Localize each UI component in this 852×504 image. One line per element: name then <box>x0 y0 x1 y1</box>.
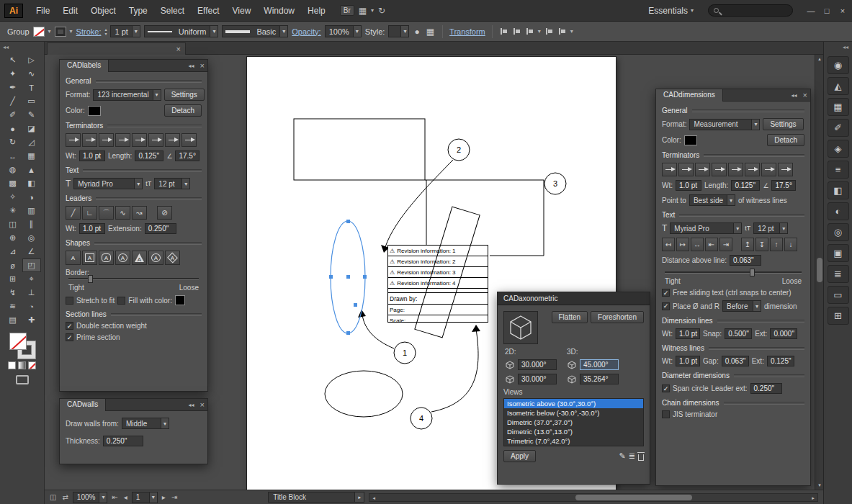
cad-wave-tool[interactable]: ≋ <box>4 300 22 313</box>
terminator-style-button[interactable] <box>99 133 114 147</box>
magic-wand-tool[interactable]: ✦ <box>4 67 22 81</box>
text-orientation-button[interactable]: ↑ <box>770 238 783 251</box>
text-tightness-slider[interactable] <box>665 271 802 274</box>
stroke-color-swatch[interactable] <box>55 27 66 37</box>
horizontal-scrollbar[interactable]: ◂ ▸ <box>369 493 818 502</box>
fill-color-swatch[interactable] <box>175 295 185 305</box>
terminator-style-button[interactable] <box>165 133 180 147</box>
terminator-style-button[interactable] <box>662 163 677 176</box>
cad-hatch-tool[interactable]: ▤ <box>4 313 22 327</box>
prime-section-checkbox[interactable]: ✓ <box>66 333 73 341</box>
font-dropdown[interactable]: Myriad Pro <box>73 178 143 189</box>
blend-tool[interactable]: ◑ <box>22 190 41 204</box>
span-circle-checkbox[interactable]: ✓ <box>662 384 670 392</box>
fill-with-color-checkbox[interactable] <box>117 297 125 305</box>
color-button[interactable] <box>8 361 16 369</box>
menu-type[interactable]: Type <box>123 4 153 18</box>
terminator-style-button[interactable] <box>181 133 197 147</box>
zoom-tool[interactable]: ◎ <box>22 231 41 245</box>
shape-diamond-button[interactable]: A <box>165 251 180 265</box>
font-size-dropdown[interactable]: 12 pt <box>154 178 190 189</box>
leader-style-button[interactable]: ⌒ <box>99 206 114 220</box>
artboard-tool[interactable]: ◫ <box>4 217 22 231</box>
text-position-button[interactable]: ⇥ <box>719 238 732 251</box>
close-icon[interactable]: × <box>197 61 207 70</box>
eraser-tool[interactable]: ◪ <box>22 122 41 135</box>
stroke-panel-icon[interactable]: ≡ <box>828 161 849 179</box>
sync-icon[interactable]: ↻ <box>375 5 388 17</box>
hand-tool[interactable]: ⊕ <box>4 231 22 245</box>
artboard-number-dropdown[interactable]: 1 <box>132 492 158 503</box>
illustrator-logo[interactable]: Ai <box>4 4 23 18</box>
free-transform-tool[interactable]: ▦ <box>22 149 41 163</box>
vertical-scrollbar[interactable]: ▴ ▾ <box>815 55 823 490</box>
leader-style-button[interactable]: ∿ <box>115 206 130 220</box>
gradient-button[interactable] <box>18 361 26 369</box>
close-icon[interactable]: × <box>176 45 181 53</box>
align-right-icon[interactable] <box>526 28 533 35</box>
variable-width-profile-dropdown[interactable]: Uniform <box>144 25 219 37</box>
format-dropdown[interactable]: 123 incremental <box>93 89 161 101</box>
cad-arc-tool[interactable]: ◔ <box>22 300 41 313</box>
graphic-style-dropdown[interactable] <box>388 25 409 37</box>
title-block-table[interactable]: Revision information: 1 Revision informa… <box>387 245 488 323</box>
zoom-dropdown[interactable]: 100% <box>73 492 108 503</box>
cad-plus-tool[interactable]: ✚ <box>22 313 41 327</box>
terminator-style-button[interactable] <box>148 133 163 147</box>
gradient-panel-icon[interactable]: ◧ <box>828 181 849 199</box>
scroll-right-icon[interactable]: ▸ <box>809 494 817 503</box>
collapse-icon[interactable]: ◂◂ <box>186 402 197 408</box>
slider-thumb[interactable] <box>88 275 93 283</box>
terminator-style-button[interactable] <box>695 163 710 176</box>
symbol-sprayer-tool[interactable]: ✳ <box>4 204 22 217</box>
witness-weight-field[interactable]: 1.0 pt <box>676 356 700 366</box>
shape-none-button[interactable]: A <box>66 251 81 265</box>
scrollbar-thumb[interactable] <box>817 258 822 282</box>
terminator-style-button[interactable] <box>82 133 97 147</box>
menu-edit[interactable]: Edit <box>57 4 84 18</box>
distribute-icon[interactable] <box>546 28 552 35</box>
rotate-tool[interactable]: ↻ <box>4 135 22 149</box>
direct-selection-tool[interactable]: ▷ <box>22 53 41 67</box>
pen-tool[interactable]: ✒ <box>4 81 22 94</box>
perspective-grid-tool[interactable]: ▲ <box>22 163 41 176</box>
paintbrush-tool[interactable]: ✐ <box>4 108 22 122</box>
jis-terminator-checkbox[interactable] <box>662 410 670 418</box>
font-size-dropdown[interactable]: 12 pt <box>753 222 788 234</box>
terminator-style-button[interactable] <box>678 163 694 176</box>
artboards-panel-icon[interactable]: ▭ <box>828 286 849 304</box>
type-tool[interactable]: T <box>22 81 41 94</box>
panel-tab[interactable]: CADdimensions <box>656 89 723 102</box>
delete-view-icon[interactable] <box>638 454 644 461</box>
angle-field[interactable]: 17.5° <box>771 180 796 191</box>
terminator-style-button[interactable] <box>66 133 81 147</box>
collapse-icon[interactable]: ◂◂ <box>186 63 197 69</box>
angle-2d-left-field[interactable]: 30.000° <box>518 359 557 370</box>
terminator-style-button[interactable] <box>132 133 147 147</box>
weight-field[interactable]: 1.0 pt <box>79 150 105 161</box>
gradient-tool[interactable]: ◧ <box>22 176 41 190</box>
weight-field[interactable]: 1.0 pt <box>676 180 701 191</box>
text-orientation-button[interactable]: ↓ <box>784 238 797 251</box>
cad-scale-tool[interactable]: ◰ <box>22 258 41 272</box>
new-view-icon[interactable]: ≣ <box>629 451 635 461</box>
panel-header[interactable]: CADdimensions ◂◂ × <box>656 89 810 102</box>
rectangle-tool[interactable]: ▭ <box>22 94 41 108</box>
mesh-tool[interactable]: ▩ <box>4 176 22 190</box>
menu-file[interactable]: File <box>30 4 55 18</box>
stroke-panel-link[interactable]: Stroke: <box>76 27 102 36</box>
arrange-documents-icon[interactable]: ▦ <box>356 5 369 17</box>
document-setup-icon[interactable]: ▦ <box>425 27 436 37</box>
align-top-icon[interactable] <box>559 28 565 35</box>
double-section-weight-checkbox[interactable]: ✓ <box>66 322 73 330</box>
transparency-panel-icon[interactable]: ◐ <box>828 202 849 220</box>
border-slider[interactable] <box>68 278 199 280</box>
slice-tool[interactable]: ∥ <box>22 217 41 231</box>
free-sliding-text-checkbox[interactable]: ✓ <box>662 289 670 297</box>
gap-field[interactable]: 0.063" <box>722 356 749 366</box>
color-panel-icon[interactable]: ◉ <box>828 56 849 74</box>
scrollbar-thumb[interactable] <box>575 495 692 500</box>
blob-brush-tool[interactable]: ● <box>4 122 22 135</box>
view-list-item[interactable]: Dimetric (37.0°,37.0°) <box>504 418 643 427</box>
format-dropdown[interactable]: Measurement <box>689 119 760 130</box>
